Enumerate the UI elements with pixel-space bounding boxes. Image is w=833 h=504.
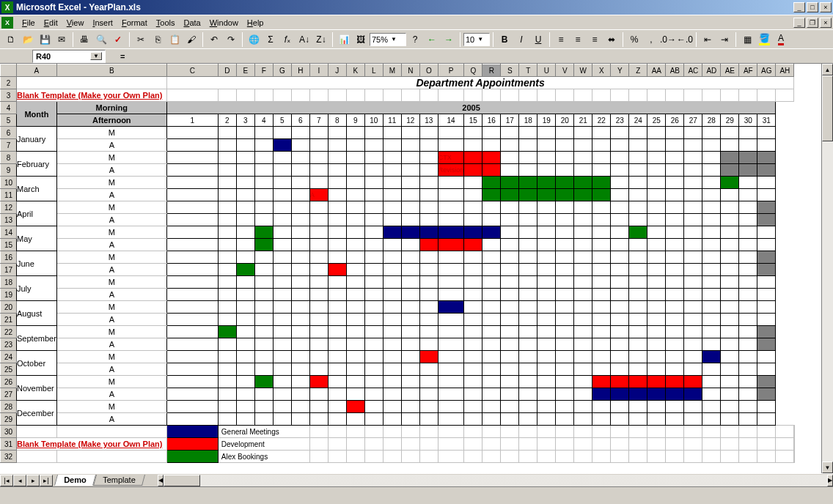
day-cell[interactable]	[629, 189, 647, 201]
cell[interactable]	[501, 451, 519, 463]
cell[interactable]	[501, 89, 519, 102]
cell[interactable]	[218, 89, 236, 102]
day-cell[interactable]	[254, 264, 273, 276]
cell[interactable]	[273, 89, 291, 102]
day-cell[interactable]	[647, 189, 666, 201]
day-cell[interactable]	[684, 351, 702, 363]
day-cell[interactable]	[218, 363, 236, 376]
bold-button[interactable]: B	[496, 32, 513, 48]
slot-label[interactable]: A	[56, 388, 166, 401]
day-cell[interactable]	[309, 276, 328, 289]
day-cell[interactable]	[629, 239, 647, 251]
day-cell[interactable]	[273, 127, 291, 139]
slot-label[interactable]: A	[56, 338, 166, 351]
day-header-26[interactable]: 26	[666, 114, 684, 127]
day-cell[interactable]	[438, 401, 464, 413]
day-cell[interactable]	[309, 177, 328, 189]
day-cell[interactable]	[721, 289, 739, 301]
day-cell[interactable]	[684, 264, 702, 276]
day-cell[interactable]	[419, 226, 438, 239]
cell[interactable]	[438, 438, 464, 451]
day-cell[interactable]	[166, 226, 218, 239]
day-cell[interactable]	[647, 264, 666, 276]
day-cell[interactable]	[629, 127, 647, 139]
day-cell[interactable]	[254, 214, 273, 226]
day-cell[interactable]	[419, 338, 438, 351]
day-cell[interactable]	[721, 338, 739, 351]
template-link[interactable]: Blank Template (Make your Own Plan)	[17, 89, 167, 102]
hyperlink-button[interactable]: 🌐	[246, 32, 262, 48]
day-cell[interactable]	[501, 177, 519, 189]
day-header-6[interactable]: 6	[291, 114, 309, 127]
day-header-20[interactable]: 20	[556, 114, 574, 127]
row-header-24[interactable]: 24	[1, 351, 17, 363]
day-cell[interactable]	[273, 152, 291, 164]
month-july[interactable]: July	[17, 276, 57, 301]
day-cell[interactable]	[702, 401, 721, 413]
day-cell[interactable]	[218, 351, 236, 363]
day-cell[interactable]	[464, 264, 482, 276]
day-cell[interactable]	[611, 189, 629, 201]
day-cell[interactable]	[236, 264, 254, 276]
day-cell[interactable]	[757, 251, 776, 264]
scroll-down-button[interactable]: ▼	[822, 462, 833, 473]
day-cell[interactable]	[464, 189, 482, 201]
day-cell[interactable]	[519, 388, 537, 401]
cell[interactable]	[666, 426, 684, 438]
increase-decimal-button[interactable]: .0→	[660, 32, 676, 48]
day-cell[interactable]	[401, 152, 419, 164]
row-header-28[interactable]: 28	[1, 401, 17, 413]
day-cell[interactable]	[401, 388, 419, 401]
day-cell[interactable]	[328, 301, 346, 314]
day-cell[interactable]	[438, 314, 464, 326]
day-cell[interactable]	[166, 276, 218, 289]
day-cell[interactable]	[666, 214, 684, 226]
day-cell[interactable]	[291, 401, 309, 413]
day-cell[interactable]	[702, 363, 721, 376]
day-cell[interactable]	[464, 388, 482, 401]
day-cell[interactable]	[254, 189, 273, 201]
cell[interactable]	[776, 451, 794, 463]
column-header-O[interactable]: O	[419, 64, 438, 77]
day-cell[interactable]	[482, 164, 501, 177]
day-header-14[interactable]: 14	[438, 114, 464, 127]
day-cell[interactable]	[666, 363, 684, 376]
day-cell[interactable]	[501, 326, 519, 338]
day-cell[interactable]	[482, 276, 501, 289]
day-cell[interactable]	[611, 164, 629, 177]
day-cell[interactable]	[629, 164, 647, 177]
cell[interactable]	[684, 426, 702, 438]
day-cell[interactable]	[611, 201, 629, 214]
day-cell[interactable]	[519, 177, 537, 189]
day-cell[interactable]	[273, 164, 291, 177]
slot-label[interactable]: M	[56, 376, 166, 388]
column-header-F[interactable]: F	[254, 64, 273, 77]
day-cell[interactable]	[346, 401, 364, 413]
day-cell[interactable]	[328, 127, 346, 139]
day-cell[interactable]	[328, 164, 346, 177]
slot-label[interactable]: M	[56, 251, 166, 264]
select-all-corner[interactable]	[1, 64, 17, 77]
day-cell[interactable]	[273, 177, 291, 189]
day-cell[interactable]	[592, 164, 611, 177]
cell[interactable]	[647, 89, 666, 102]
day-cell[interactable]	[666, 301, 684, 314]
day-cell[interactable]	[556, 139, 574, 152]
column-header-AB[interactable]: AB	[666, 64, 684, 77]
day-cell[interactable]	[438, 139, 464, 152]
maximize-button[interactable]: □	[807, 2, 818, 12]
day-cell[interactable]	[757, 314, 776, 326]
day-cell[interactable]	[666, 376, 684, 388]
column-header-W[interactable]: W	[574, 64, 592, 77]
day-cell[interactable]	[218, 264, 236, 276]
new-button[interactable]: 🗋	[3, 32, 19, 48]
day-cell[interactable]	[501, 276, 519, 289]
menu-insert[interactable]: Insert	[88, 17, 117, 29]
day-cell[interactable]	[383, 413, 401, 426]
day-cell[interactable]	[592, 289, 611, 301]
day-cell[interactable]	[666, 177, 684, 189]
day-cell[interactable]	[364, 363, 383, 376]
day-cell[interactable]	[519, 164, 537, 177]
column-header-Y[interactable]: Y	[611, 64, 629, 77]
day-cell[interactable]	[501, 189, 519, 201]
